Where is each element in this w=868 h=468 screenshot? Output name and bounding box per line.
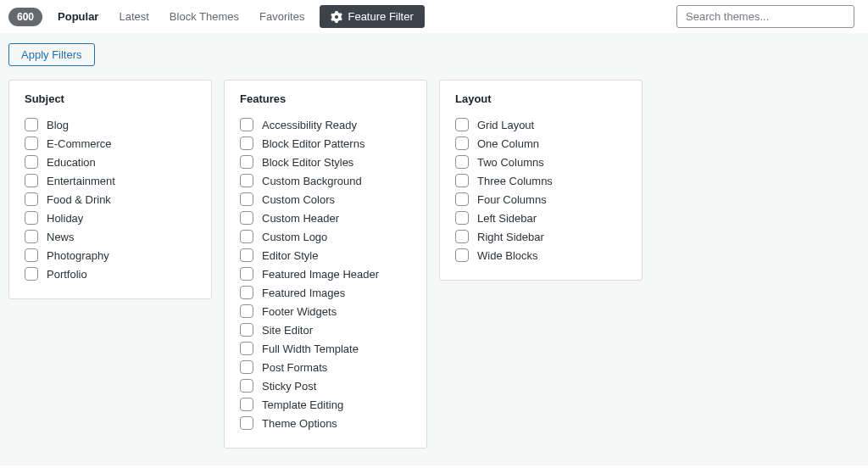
filter-checkbox-label: Left Sidebar: [477, 212, 537, 225]
feature-filter-button[interactable]: Feature Filter: [320, 5, 424, 28]
filter-checkbox-label: Sticky Post: [262, 380, 316, 393]
filter-checkbox-row[interactable]: Two Columns: [455, 153, 626, 171]
search-input[interactable]: [676, 5, 854, 28]
filter-checkbox-label: Accessibility Ready: [262, 119, 357, 131]
filter-checkbox-row[interactable]: Photography: [25, 246, 196, 265]
checkbox-icon[interactable]: [25, 136, 38, 150]
checkbox-icon[interactable]: [240, 323, 253, 337]
feature-filter-panel: Apply Filters Subject BlogE-CommerceEduc…: [0, 33, 868, 465]
filter-checkbox-label: Custom Colors: [262, 193, 335, 206]
checkbox-icon[interactable]: [240, 136, 253, 150]
filter-checkbox-row[interactable]: Full Width Template: [240, 339, 411, 358]
checkbox-icon[interactable]: [240, 192, 253, 206]
tab-block-themes[interactable]: Block Themes: [159, 5, 249, 28]
filter-checkbox-row[interactable]: Left Sidebar: [455, 209, 626, 227]
filter-checkbox-row[interactable]: E-Commerce: [25, 134, 196, 153]
checkbox-icon[interactable]: [240, 416, 253, 430]
checkbox-icon[interactable]: [240, 398, 253, 411]
filter-checkbox-label: Editor Style: [262, 249, 318, 262]
checkbox-icon[interactable]: [455, 174, 469, 187]
filter-checkbox-label: Three Columns: [477, 175, 553, 187]
gear-icon: [331, 11, 342, 23]
filter-checkbox-row[interactable]: Grid Layout: [455, 115, 626, 134]
checkbox-icon[interactable]: [25, 230, 38, 243]
checkbox-icon[interactable]: [240, 155, 253, 169]
features-list: Accessibility ReadyBlock Editor Patterns…: [240, 115, 411, 432]
checkbox-icon[interactable]: [455, 118, 469, 131]
checkbox-icon[interactable]: [25, 192, 38, 206]
checkbox-icon[interactable]: [240, 304, 253, 318]
filter-checkbox-label: Block Editor Styles: [262, 156, 353, 169]
filter-checkbox-label: Holiday: [47, 212, 83, 225]
tab-latest[interactable]: Latest: [108, 5, 159, 28]
checkbox-icon[interactable]: [240, 230, 253, 243]
filter-checkbox-row[interactable]: Food & Drink: [25, 190, 196, 209]
filter-checkbox-label: Footer Widgets: [262, 305, 337, 318]
checkbox-icon[interactable]: [240, 211, 253, 225]
checkbox-icon[interactable]: [25, 211, 38, 225]
filter-columns: Subject BlogE-CommerceEducationEntertain…: [8, 80, 860, 448]
filter-checkbox-row[interactable]: Education: [25, 153, 196, 171]
checkbox-icon[interactable]: [455, 136, 469, 150]
filter-checkbox-row[interactable]: Block Editor Patterns: [240, 134, 411, 153]
filter-checkbox-row[interactable]: Holiday: [25, 209, 196, 227]
checkbox-icon[interactable]: [240, 267, 253, 281]
filter-checkbox-label: Entertainment: [47, 175, 115, 187]
filter-checkbox-row[interactable]: Template Editing: [240, 395, 411, 414]
checkbox-icon[interactable]: [240, 379, 253, 393]
filter-checkbox-label: Right Sidebar: [477, 231, 544, 243]
filter-checkbox-row[interactable]: Site Editor: [240, 320, 411, 339]
filter-checkbox-label: Custom Header: [262, 212, 339, 225]
layout-title: Layout: [455, 92, 626, 105]
filter-checkbox-row[interactable]: Four Columns: [455, 190, 626, 209]
filter-checkbox-label: Block Editor Patterns: [262, 137, 364, 150]
filter-checkbox-row[interactable]: Featured Images: [240, 283, 411, 302]
filter-checkbox-row[interactable]: Three Columns: [455, 171, 626, 190]
filter-checkbox-row[interactable]: Wide Blocks: [455, 246, 626, 265]
checkbox-icon[interactable]: [25, 248, 38, 262]
filter-checkbox-row[interactable]: One Column: [455, 134, 626, 153]
filter-checkbox-row[interactable]: Footer Widgets: [240, 302, 411, 320]
filter-checkbox-row[interactable]: Right Sidebar: [455, 227, 626, 246]
checkbox-icon[interactable]: [240, 360, 253, 374]
filter-checkbox-row[interactable]: Accessibility Ready: [240, 115, 411, 134]
tab-favorites[interactable]: Favorites: [249, 5, 314, 28]
checkbox-icon[interactable]: [240, 342, 253, 355]
filter-checkbox-row[interactable]: Custom Logo: [240, 227, 411, 246]
checkbox-icon[interactable]: [25, 174, 38, 187]
filter-checkbox-row[interactable]: Post Formats: [240, 358, 411, 376]
checkbox-icon[interactable]: [240, 286, 253, 299]
layout-panel: Layout Grid LayoutOne ColumnTwo ColumnsT…: [439, 80, 643, 281]
checkbox-icon[interactable]: [25, 267, 38, 281]
checkbox-icon[interactable]: [455, 192, 469, 206]
checkbox-icon[interactable]: [240, 174, 253, 187]
checkbox-icon[interactable]: [455, 248, 469, 262]
filter-tabs: Popular Latest Block Themes Favorites Fe…: [47, 5, 425, 28]
filter-checkbox-row[interactable]: Entertainment: [25, 171, 196, 190]
filter-checkbox-row[interactable]: Theme Options: [240, 414, 411, 432]
filter-checkbox-row[interactable]: Sticky Post: [240, 376, 411, 395]
filter-checkbox-row[interactable]: Custom Colors: [240, 190, 411, 209]
tab-popular[interactable]: Popular: [47, 5, 108, 28]
filter-checkbox-row[interactable]: Custom Header: [240, 209, 411, 227]
filter-checkbox-row[interactable]: Portfolio: [25, 265, 196, 283]
checkbox-icon[interactable]: [455, 155, 469, 169]
filter-checkbox-row[interactable]: Blog: [25, 115, 196, 134]
checkbox-icon[interactable]: [240, 118, 253, 131]
filter-checkbox-label: Food & Drink: [47, 193, 111, 206]
filter-checkbox-label: Portfolio: [47, 268, 87, 281]
checkbox-icon[interactable]: [455, 230, 469, 243]
apply-filters-button[interactable]: Apply Filters: [8, 43, 95, 66]
checkbox-icon[interactable]: [455, 211, 469, 225]
filter-checkbox-row[interactable]: Featured Image Header: [240, 265, 411, 283]
filter-checkbox-row[interactable]: Editor Style: [240, 246, 411, 265]
checkbox-icon[interactable]: [25, 155, 38, 169]
filter-checkbox-row[interactable]: Custom Background: [240, 171, 411, 190]
checkbox-icon[interactable]: [240, 248, 253, 262]
filter-checkbox-row[interactable]: Block Editor Styles: [240, 153, 411, 171]
filter-checkbox-row[interactable]: News: [25, 227, 196, 246]
features-title: Features: [240, 92, 411, 105]
filter-bar: 600 Popular Latest Block Themes Favorite…: [0, 0, 868, 33]
filter-checkbox-label: Wide Blocks: [477, 249, 538, 262]
checkbox-icon[interactable]: [25, 118, 38, 131]
